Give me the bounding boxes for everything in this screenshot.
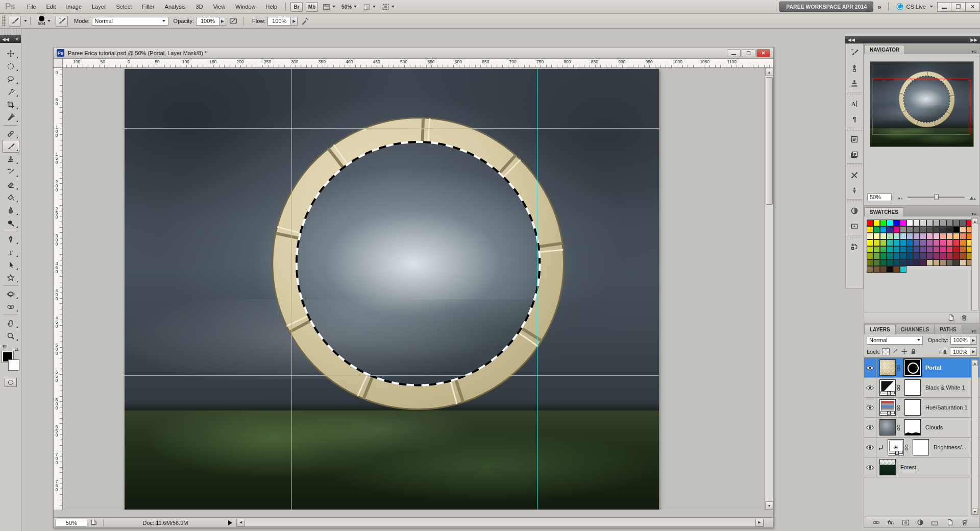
color-swatch[interactable]	[887, 226, 893, 233]
notes-panel-icon[interactable]	[847, 148, 862, 161]
lock-position-icon[interactable]	[900, 348, 908, 355]
brush-tool[interactable]	[2, 140, 19, 153]
color-swatch[interactable]	[880, 246, 887, 253]
color-swatch[interactable]	[933, 233, 940, 239]
launch-bridge-button[interactable]: Br	[290, 2, 303, 12]
tab-paths[interactable]: PATHS	[935, 325, 962, 334]
color-swatch[interactable]	[893, 246, 900, 253]
color-swatch[interactable]	[880, 233, 887, 239]
layer-row-forest[interactable]: Forest	[864, 457, 979, 477]
color-swatch[interactable]	[953, 220, 960, 226]
character-panel-icon[interactable]: A	[847, 97, 862, 110]
layer-thumbnail[interactable]	[879, 419, 896, 436]
scroll-right-arrow[interactable]: ▶	[755, 519, 764, 526]
delete-swatch-button[interactable]	[959, 313, 969, 322]
color-swatch[interactable]	[893, 266, 900, 273]
arrange-documents-button[interactable]	[361, 2, 377, 12]
opacity-slider-button[interactable]: ▶	[219, 17, 226, 26]
history-panel-icon[interactable]	[847, 240, 862, 253]
color-swatch[interactable]	[867, 266, 873, 273]
navigator-zoom-field[interactable]: 50%	[867, 194, 892, 201]
color-swatch[interactable]	[953, 226, 960, 233]
color-swatch[interactable]	[926, 253, 933, 259]
color-swatch[interactable]	[926, 246, 933, 253]
horizontal-scrollbar[interactable]: ◀ ▶	[236, 519, 764, 527]
color-swatch[interactable]	[953, 239, 960, 246]
layer-row-black-white-1[interactable]: Black & White 1	[864, 378, 979, 398]
tab-channels[interactable]: CHANNELS	[896, 325, 935, 334]
new-adjustment-layer-button[interactable]	[916, 518, 925, 526]
color-swatch[interactable]	[913, 253, 920, 259]
color-swatch[interactable]	[960, 253, 966, 259]
color-swatch[interactable]	[920, 233, 926, 239]
magic-wand-tool[interactable]	[2, 85, 19, 98]
guide-horizontal-1[interactable]	[125, 128, 659, 129]
panel-menu-icon[interactable]: ▾≡	[968, 211, 979, 216]
color-swatch[interactable]	[913, 246, 920, 253]
color-swatch[interactable]	[873, 233, 880, 239]
workspace-overflow-button[interactable]: »	[873, 3, 885, 11]
layer-fill-slider-button[interactable]: ▶	[970, 347, 977, 356]
horizontal-ruler[interactable]: 1005005010015020025030035040045050055060…	[54, 59, 773, 68]
color-swatch[interactable]	[960, 220, 966, 226]
color-swatch[interactable]	[933, 220, 940, 226]
tab-layers[interactable]: LAYERS	[864, 325, 896, 334]
menu-3d[interactable]: 3D	[191, 0, 208, 13]
layers-scrollbar[interactable]: ▲ ▼	[971, 359, 978, 515]
toolbox-drag-strip[interactable]	[0, 29, 21, 35]
color-swatch[interactable]	[887, 266, 893, 273]
adjustments-panel-icon[interactable]	[847, 204, 862, 218]
color-swatch[interactable]	[873, 239, 880, 246]
color-swatch[interactable]	[893, 239, 900, 246]
color-swatch[interactable]	[873, 226, 880, 233]
menu-help[interactable]: Help	[260, 0, 282, 13]
navigator-view-box[interactable]	[872, 79, 970, 135]
delete-layer-button[interactable]	[960, 518, 969, 526]
scroll-up-arrow[interactable]: ▲	[765, 68, 773, 76]
layer-name[interactable]: Portal	[925, 365, 941, 371]
layer-thumbnail[interactable]	[879, 399, 896, 416]
swap-colors-icon[interactable]: ⇄	[15, 347, 19, 352]
custom-shape-tool[interactable]	[2, 271, 19, 284]
new-group-button[interactable]	[930, 518, 940, 526]
color-swatch[interactable]	[867, 220, 873, 226]
layer-opacity-slider-button[interactable]: ▶	[970, 336, 977, 345]
view-extras-button[interactable]	[321, 2, 337, 12]
background-color-well[interactable]	[8, 359, 19, 371]
color-swatch[interactable]	[933, 253, 940, 259]
color-swatch[interactable]	[960, 226, 966, 233]
color-swatch[interactable]	[900, 246, 906, 253]
collapse-dock-icon[interactable]: ◀◀	[848, 37, 855, 42]
scroll-left-arrow[interactable]: ◀	[237, 519, 245, 526]
color-swatch[interactable]	[913, 239, 920, 246]
layer-name[interactable]: Hue/Saturation 1	[925, 404, 968, 411]
color-swatch[interactable]	[900, 253, 906, 259]
color-swatch[interactable]	[940, 233, 946, 239]
color-swatch[interactable]	[926, 233, 933, 239]
color-swatch[interactable]	[873, 253, 880, 259]
color-swatch[interactable]	[900, 233, 906, 239]
clone-stamp-tool[interactable]	[2, 153, 19, 165]
color-swatch[interactable]	[920, 259, 926, 266]
color-swatch[interactable]	[880, 220, 887, 226]
ruler-origin-corner[interactable]	[54, 59, 63, 68]
color-swatch[interactable]	[867, 226, 873, 233]
color-swatch[interactable]	[906, 239, 913, 246]
pen-tool[interactable]	[2, 233, 19, 246]
color-swatch[interactable]	[887, 246, 893, 253]
guide-horizontal-2[interactable]	[125, 375, 659, 376]
tablet-opacity-toggle-icon[interactable]	[227, 16, 239, 27]
color-swatch[interactable]	[867, 259, 873, 266]
flow-slider-button[interactable]: ▶	[291, 17, 298, 26]
color-swatch[interactable]	[926, 226, 933, 233]
guide-vertical-1[interactable]	[291, 69, 292, 510]
vertical-ruler[interactable]: 0501001502002503003504004505005506006507…	[54, 68, 63, 510]
color-swatch[interactable]	[946, 246, 953, 253]
color-swatch[interactable]	[900, 266, 906, 273]
panel-menu-icon[interactable]: ▾≡	[968, 49, 979, 54]
slider-knob[interactable]	[934, 194, 939, 200]
brush-tool-preset-button[interactable]	[9, 16, 21, 27]
color-swatch[interactable]	[880, 226, 887, 233]
layer-visibility-toggle[interactable]	[864, 358, 876, 377]
menu-select[interactable]: Select	[111, 0, 137, 13]
